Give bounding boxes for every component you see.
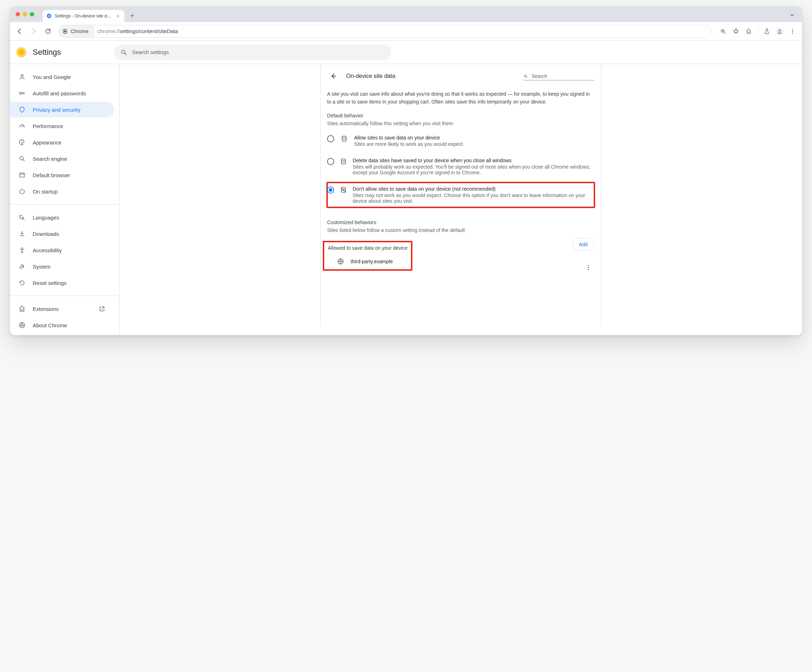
svg-point-16 <box>21 248 22 249</box>
nav-back-button[interactable] <box>14 25 26 38</box>
option-sub: Sites may not work as you would expect. … <box>353 192 594 204</box>
sidebar-item-languages[interactable]: Languages <box>10 210 114 225</box>
globe-icon <box>336 257 345 266</box>
sidebar-item-downloads[interactable]: Downloads <box>10 226 114 241</box>
radio-icon[interactable] <box>327 135 334 142</box>
sidebar-item-label: Downloads <box>33 231 59 237</box>
speedometer-icon <box>19 122 26 130</box>
page-back-button[interactable] <box>327 70 340 82</box>
browser-window-icon <box>19 171 26 179</box>
svg-point-9 <box>21 75 23 77</box>
sidebar-item-performance[interactable]: Performance <box>10 118 114 134</box>
sidebar-item-on-startup[interactable]: On startup <box>10 183 114 199</box>
option-sub: Sites will probably work as expected. Yo… <box>353 164 594 175</box>
option-title: Delete data sites have saved to your dev… <box>353 157 594 163</box>
search-icon <box>120 49 127 56</box>
sidebar-item-autofill[interactable]: Autofill and passwords <box>10 85 114 101</box>
sidebar-item-reset[interactable]: Reset settings <box>10 275 114 291</box>
page-intro-text: A site you visit can save info about wha… <box>327 91 594 106</box>
page-title: On-device site data <box>346 73 395 79</box>
option-delete-on-close[interactable]: Delete data sites have saved to your dev… <box>327 154 594 179</box>
default-behavior-heading: Default behavior <box>327 113 594 118</box>
browser-toolbar: Chrome chrome://settings/content/siteDat… <box>10 22 802 41</box>
svg-point-24 <box>588 265 589 267</box>
tab-close-icon[interactable] <box>115 13 121 19</box>
sidebar-item-label: Search engine <box>33 156 67 162</box>
browser-tab[interactable]: Settings - On-device site dat… <box>43 10 125 22</box>
nav-forward-button[interactable] <box>28 25 40 38</box>
sidebar-item-default-browser[interactable]: Default browser <box>10 167 114 183</box>
labs-icon[interactable] <box>761 25 773 38</box>
option-dont-allow[interactable]: Don't allow sites to save data on your d… <box>327 183 594 207</box>
radio-icon[interactable] <box>327 158 334 165</box>
palette-icon <box>19 139 26 146</box>
sidebar-item-label: You and Google <box>33 74 71 80</box>
url-text: chrome://settings/content/siteData <box>94 28 182 34</box>
sidebar-item-system[interactable]: System <box>10 259 114 274</box>
sidebar-item-you-and-google[interactable]: You and Google <box>10 69 114 85</box>
settings-search-input[interactable] <box>131 49 385 55</box>
tab-search-button[interactable] <box>787 10 797 20</box>
allowed-heading: Allowed to save data on your device <box>328 245 408 251</box>
extensions-icon[interactable] <box>743 25 755 38</box>
key-icon <box>19 90 26 97</box>
database-icon <box>340 135 348 142</box>
svg-point-10 <box>20 92 22 94</box>
svg-point-8 <box>121 50 125 53</box>
search-icon <box>19 155 26 162</box>
svg-point-21 <box>341 159 346 161</box>
external-link-icon <box>99 305 106 312</box>
settings-main: On-device site data A site you visit can… <box>119 64 802 335</box>
sidebar-item-accessibility[interactable]: Accessibility <box>10 242 114 258</box>
sidebar-item-extensions[interactable]: Extensions <box>10 301 114 316</box>
window-close[interactable] <box>15 12 20 16</box>
tab-strip: Settings - On-device site dat… <box>10 7 802 22</box>
radio-icon[interactable] <box>327 186 334 193</box>
sidebar-item-label: System <box>33 263 51 270</box>
zoom-icon[interactable] <box>717 25 729 38</box>
sidebar-item-privacy-security[interactable]: Privacy and security <box>10 102 114 117</box>
sidebar-item-label: Default browser <box>33 172 70 178</box>
option-allow-save[interactable]: Allow sites to save data on your device … <box>327 131 594 150</box>
option-title: Allow sites to save data on your device <box>354 135 463 140</box>
address-bar[interactable]: Chrome chrome://settings/content/siteDat… <box>58 25 711 38</box>
sidebar-separator <box>10 296 119 296</box>
sidebar-item-label: Reset settings <box>33 280 67 286</box>
sidebar-item-appearance[interactable]: Appearance <box>10 135 114 150</box>
svg-point-5 <box>792 29 793 30</box>
profile-avatar-icon[interactable] <box>774 25 786 38</box>
window-zoom[interactable] <box>30 12 34 16</box>
site-chip-label: Chrome <box>71 29 89 34</box>
site-chip[interactable]: Chrome <box>59 25 94 38</box>
default-behavior-sub: Sites automatically follow this setting … <box>327 121 594 126</box>
shield-icon <box>19 106 26 113</box>
svg-point-1 <box>64 30 66 32</box>
kebab-menu-icon[interactable] <box>786 25 798 38</box>
sidebar-item-search-engine[interactable]: Search engine <box>10 151 114 166</box>
person-icon <box>19 73 26 80</box>
svg-point-13 <box>23 141 24 142</box>
settings-sidebar: You and Google Autofill and passwords Pr… <box>10 64 119 335</box>
svg-point-6 <box>792 31 793 32</box>
site-more-menu[interactable] <box>582 262 594 274</box>
behavior-options: Allow sites to save data on your device … <box>327 131 594 207</box>
add-site-button[interactable]: Add <box>572 238 594 251</box>
page-filter-search[interactable] <box>523 72 594 80</box>
nav-reload-button[interactable] <box>42 25 54 38</box>
database-icon <box>340 158 347 165</box>
toolbar-separator <box>757 27 758 35</box>
bookmark-star-icon[interactable] <box>730 25 742 38</box>
search-icon <box>523 73 528 79</box>
page-header: On-device site data <box>321 64 601 88</box>
browser-window: Settings - On-device site dat… <box>10 7 802 335</box>
settings-search[interactable] <box>114 44 391 60</box>
new-tab-button[interactable] <box>127 11 137 21</box>
database-strike-icon <box>340 186 347 193</box>
sidebar-item-about-chrome[interactable]: About Chrome <box>10 317 114 333</box>
svg-rect-15 <box>20 173 24 177</box>
chrome-logo-icon <box>16 47 26 57</box>
sidebar-item-label: About Chrome <box>33 322 67 328</box>
window-minimize[interactable] <box>23 12 27 16</box>
page-filter-input[interactable] <box>531 73 594 79</box>
allowed-site-row[interactable]: third-party.example <box>328 257 408 267</box>
